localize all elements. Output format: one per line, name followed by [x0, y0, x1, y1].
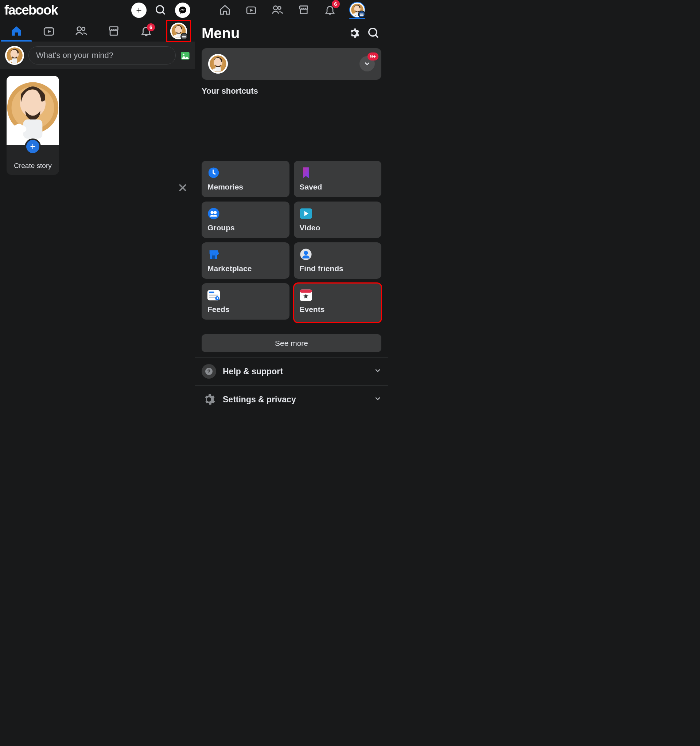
menu-lines-icon — [358, 11, 365, 18]
profile-switcher[interactable]: 9+ — [360, 56, 375, 71]
menu-title-row: Menu — [195, 20, 388, 42]
events-icon — [300, 289, 312, 301]
create-icon[interactable] — [131, 3, 146, 18]
plus-icon — [25, 138, 41, 155]
svg-text:?: ? — [208, 368, 211, 374]
story-image — [6, 76, 59, 145]
tile-memories[interactable]: Memories — [202, 161, 289, 197]
search-icon[interactable] — [366, 26, 381, 41]
help-support-row[interactable]: ? Help & support — [195, 357, 388, 385]
messenger-icon[interactable] — [175, 3, 190, 18]
svg-rect-26 — [209, 292, 214, 293]
nav-friends[interactable] — [271, 3, 285, 17]
help-label: Help & support — [223, 367, 367, 376]
close-icon[interactable] — [177, 182, 188, 195]
video-icon — [300, 208, 312, 220]
facebook-logo[interactable]: facebook — [5, 3, 57, 18]
story-section: Create story — [0, 69, 195, 182]
nav-home[interactable] — [218, 3, 232, 17]
nav-notifications[interactable]: 6 — [323, 3, 337, 17]
svg-point-17 — [208, 208, 219, 220]
settings-label: Settings & privacy — [223, 395, 367, 405]
see-more-button[interactable]: See more — [202, 334, 381, 352]
settings-privacy-row[interactable]: Settings & privacy — [195, 385, 388, 413]
create-story-label: Create story — [6, 162, 59, 170]
svg-rect-22 — [212, 256, 215, 259]
groups-icon — [208, 208, 220, 220]
tile-find-friends[interactable]: Find friends — [294, 242, 382, 279]
svg-point-18 — [211, 211, 214, 214]
gear-icon — [202, 392, 216, 407]
search-icon[interactable] — [153, 3, 169, 18]
nav-marketplace[interactable] — [97, 20, 130, 42]
tile-label: Marketplace — [208, 264, 284, 273]
svg-point-24 — [304, 251, 308, 255]
nav-notifications[interactable]: 6 — [130, 20, 162, 42]
chevron-down-icon — [374, 395, 381, 404]
notifications-badge: 6 — [147, 23, 155, 32]
feeds-icon — [208, 289, 220, 301]
tile-label: Saved — [300, 183, 376, 191]
svg-point-7 — [183, 54, 185, 56]
active-indicator — [349, 18, 365, 19]
shortcuts-label: Your shortcuts — [195, 86, 388, 96]
tile-video[interactable]: Video — [294, 202, 382, 238]
svg-rect-27 — [209, 295, 218, 296]
top-header: facebook — [0, 0, 195, 20]
svg-point-14 — [16, 124, 22, 128]
nav-tabs: 6 — [0, 20, 195, 42]
top-header-actions — [131, 3, 190, 18]
marketplace-icon — [208, 248, 220, 260]
tile-feeds[interactable]: Feeds — [202, 283, 289, 320]
tile-label: Find friends — [300, 264, 376, 273]
right-pane: 6 Menu 9+ Your shortcuts MemoriesSavedGr… — [195, 0, 388, 413]
notifications-badge: 6 — [332, 0, 340, 8]
menu-title: Menu — [202, 25, 342, 42]
menu-tiles: MemoriesSavedGroupsVideoMarketplaceFind … — [195, 154, 388, 329]
composer: What's on your mind? — [0, 42, 195, 69]
settings-icon[interactable] — [346, 26, 362, 41]
find-friends-icon — [300, 248, 312, 260]
avatar[interactable] — [5, 46, 24, 65]
tile-label: Events — [300, 305, 376, 314]
right-header: 6 — [195, 0, 388, 20]
tile-marketplace[interactable]: Marketplace — [202, 242, 289, 279]
nav-profile-menu[interactable] — [162, 20, 195, 42]
nav-video[interactable] — [32, 20, 65, 42]
nav-profile[interactable] — [349, 2, 365, 18]
chevron-down-icon — [374, 367, 381, 376]
nav-video[interactable] — [244, 3, 258, 17]
profile-badge: 9+ — [367, 53, 378, 60]
create-story-card[interactable]: Create story — [6, 76, 59, 175]
photo-icon[interactable] — [180, 51, 190, 60]
tile-saved[interactable]: Saved — [294, 161, 382, 197]
composer-input[interactable]: What's on your mind? — [29, 46, 176, 65]
menu-profile-card[interactable]: 9+ — [202, 48, 381, 80]
tile-events[interactable]: Events — [294, 283, 382, 322]
tile-label: Memories — [208, 183, 284, 191]
avatar — [170, 23, 187, 39]
tile-groups[interactable]: Groups — [202, 202, 289, 238]
nav-home[interactable] — [0, 20, 32, 42]
svg-rect-31 — [300, 290, 312, 293]
memories-icon — [208, 167, 220, 179]
avatar — [208, 54, 228, 74]
menu-lines-icon — [181, 33, 188, 40]
left-pane: facebook 6 — [0, 0, 195, 413]
help-icon: ? — [202, 364, 216, 379]
tile-label: Video — [300, 223, 376, 232]
nav-marketplace[interactable] — [297, 3, 311, 17]
svg-point-19 — [214, 211, 217, 214]
nav-friends[interactable] — [65, 20, 97, 42]
tile-label: Groups — [208, 223, 284, 232]
tile-label: Feeds — [208, 305, 284, 314]
saved-icon — [300, 167, 312, 179]
